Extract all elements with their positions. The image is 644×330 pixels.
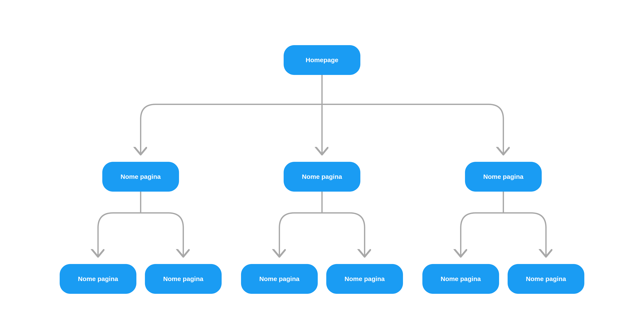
node-level2-0-1-label: Nome pagina — [163, 275, 203, 283]
sitemap-diagram: Homepage Nome pagina Nome pagina Nome pa… — [0, 0, 644, 330]
node-level2-1-1: Nome pagina — [326, 264, 403, 294]
node-level1-1: Nome pagina — [284, 162, 360, 192]
node-root: Homepage — [284, 45, 360, 75]
node-level2-1-1-label: Nome pagina — [344, 275, 385, 283]
node-level2-0-0: Nome pagina — [60, 264, 136, 294]
node-root-label: Homepage — [306, 56, 338, 64]
node-level1-0-label: Nome pagina — [120, 173, 161, 180]
node-level1-2-label: Nome pagina — [483, 173, 524, 180]
node-level2-1-0: Nome pagina — [241, 264, 318, 294]
node-level2-2-0: Nome pagina — [422, 264, 499, 294]
node-level1-0: Nome pagina — [102, 162, 179, 192]
node-level2-1-0-label: Nome pagina — [259, 275, 300, 283]
node-level1-2: Nome pagina — [465, 162, 542, 192]
node-level2-2-0-label: Nome pagina — [441, 275, 481, 283]
node-level2-2-1-label: Nome pagina — [526, 275, 566, 283]
node-level2-0-1: Nome pagina — [145, 264, 222, 294]
node-level2-2-1: Nome pagina — [508, 264, 584, 294]
node-level1-1-label: Nome pagina — [302, 173, 342, 180]
node-level2-0-0-label: Nome pagina — [78, 275, 118, 283]
